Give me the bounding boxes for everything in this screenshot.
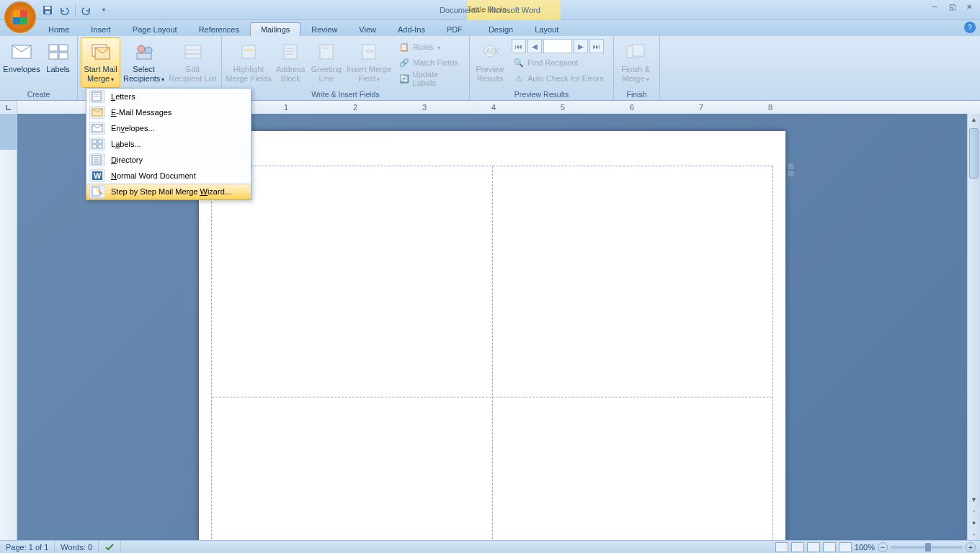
svg-rect-16: [242, 45, 255, 58]
browse-object-button[interactable]: ●: [968, 517, 980, 529]
scroll-down-button[interactable]: ▼: [968, 494, 980, 505]
label-table[interactable]: [211, 166, 773, 540]
dropdown-item-label[interactable]: Labels...: [86, 136, 251, 152]
ribbon-tab-mailings[interactable]: Mailings: [250, 22, 300, 36]
ribbon-tab-pdf[interactable]: PDF: [436, 22, 473, 36]
ribbon-tab-add-ins[interactable]: Add-Ins: [387, 22, 436, 36]
svg-rect-5: [59, 45, 68, 51]
close-button[interactable]: ✕: [961, 1, 977, 12]
quick-access-toolbar: [40, 3, 110, 17]
dropdown-item-label: Normal Word Document: [111, 171, 196, 180]
first-record-button[interactable]: ⏮: [512, 39, 526, 53]
labels-button[interactable]: Labels: [42, 37, 74, 88]
prev-record-button[interactable]: ◀: [527, 39, 542, 53]
highlight-icon: [237, 40, 260, 63]
outline-view-button[interactable]: [823, 542, 836, 552]
web-layout-view-button[interactable]: [807, 542, 820, 552]
zoom-in-button[interactable]: +: [966, 542, 976, 552]
scroll-thumb[interactable]: [969, 128, 979, 179]
dropdown-item-wizard[interactable]: Step by Step Mail Merge Wizard...: [86, 184, 251, 199]
group-preview-label: Preview Results: [473, 89, 610, 100]
qat-save-icon[interactable]: [40, 3, 55, 17]
greeting-label: Greeting Line: [311, 65, 342, 83]
preview-icon: ABC: [478, 40, 502, 63]
ribbon-tab-view[interactable]: View: [348, 22, 387, 36]
column-markers[interactable]: [788, 163, 794, 176]
start-mail-merge-dropdown: LettersE-Mail MessagesEnvelopes...Labels…: [86, 88, 251, 200]
next-record-button[interactable]: ▶: [574, 39, 588, 53]
ribbon-tab-references[interactable]: References: [188, 22, 250, 36]
svg-point-46: [97, 189, 99, 192]
scroll-up-button[interactable]: ▲: [968, 114, 980, 125]
office-button[interactable]: [4, 1, 36, 33]
labels-icon: [47, 40, 70, 63]
preview-results-button: ABC Preview Results: [473, 37, 507, 88]
dropdown-item-label: Labels...: [111, 140, 141, 148]
title-bar: Document4 - Microsoft Word Table Tools ─…: [0, 0, 980, 20]
prev-page-button[interactable]: ◦: [968, 505, 980, 517]
zoom-out-button[interactable]: −: [878, 542, 888, 552]
tab-selector[interactable]: [0, 101, 17, 114]
ribbon-tab-home[interactable]: Home: [37, 22, 80, 36]
auto-check-button: ⚠Auto Check for Errors: [509, 71, 608, 86]
last-record-button[interactable]: ⏭: [589, 39, 604, 53]
envelope-icon: [89, 122, 105, 135]
draft-view-button[interactable]: [839, 542, 852, 552]
finish-merge-button: Finish & Merge: [617, 37, 654, 88]
select-recipients-button[interactable]: Select Recipients: [122, 37, 166, 88]
next-page-button[interactable]: ◦: [968, 529, 980, 540]
dropdown-item-dir[interactable]: Directory: [86, 152, 251, 168]
dropdown-item-label: Letters: [111, 92, 135, 101]
zoom-thumb[interactable]: [925, 543, 931, 552]
ribbon-tab-review[interactable]: Review: [300, 22, 348, 36]
qat-redo-icon[interactable]: [79, 3, 94, 17]
update-label: Update Labels: [413, 70, 462, 87]
ribbon-tab-design[interactable]: Design: [478, 22, 524, 36]
dropdown-item-email[interactable]: E-Mail Messages: [86, 104, 251, 120]
svg-rect-22: [320, 45, 333, 59]
dropdown-item-word[interactable]: WNormal Word Document: [86, 168, 251, 184]
record-number-input[interactable]: [543, 39, 572, 53]
vertical-ruler[interactable]: [0, 114, 17, 540]
minimize-button[interactable]: ─: [927, 1, 943, 12]
dropdown-item-label: Directory: [111, 156, 143, 164]
page-status[interactable]: Page: 1 of 1: [0, 541, 55, 553]
help-icon[interactable]: ?: [964, 22, 976, 33]
ribbon-tab-insert[interactable]: Insert: [80, 22, 122, 36]
vertical-scrollbar[interactable]: ▲ ▼ ◦ ● ◦: [967, 114, 980, 540]
print-layout-view-button[interactable]: [775, 542, 788, 552]
start-mail-merge-label: Start Mail Merge: [84, 65, 117, 83]
qat-undo-icon[interactable]: [57, 3, 71, 17]
table-tools-label: Table Tools: [467, 5, 507, 14]
spell-check-icon[interactable]: [99, 541, 121, 553]
preview-label: Preview Results: [476, 65, 504, 83]
match-icon: 🔗: [398, 57, 410, 68]
ribbon-tab-layout[interactable]: Layout: [524, 22, 569, 36]
ribbon-tab-page-layout[interactable]: Page Layout: [122, 22, 188, 36]
page[interactable]: [199, 131, 785, 540]
mail-merge-icon: [89, 40, 112, 63]
envelope-icon: [10, 40, 33, 63]
status-bar: Page: 1 of 1 Words: 0 100% − +: [0, 540, 980, 553]
word-count[interactable]: Words: 0: [55, 541, 99, 553]
word-icon: W: [89, 169, 105, 182]
dropdown-item-envelope[interactable]: Envelopes...: [86, 120, 251, 136]
dropdown-item-letter[interactable]: Letters: [86, 89, 251, 104]
envelopes-button[interactable]: Envelopes: [3, 37, 40, 88]
insert-merge-field-button: «» Insert Merge Field: [345, 37, 393, 88]
group-create: Envelopes Labels Create: [0, 36, 78, 100]
insert-field-label: Insert Merge Field: [347, 65, 391, 83]
start-mail-merge-button[interactable]: Start Mail Merge: [81, 37, 120, 88]
find-icon: 🔍: [513, 57, 525, 68]
restore-button[interactable]: ◱: [944, 1, 960, 12]
qat-customize-dropdown[interactable]: [96, 3, 110, 17]
finish-icon: [624, 40, 647, 63]
zoom-level[interactable]: 100%: [855, 543, 875, 552]
zoom-slider[interactable]: [891, 546, 963, 549]
office-logo-icon: [13, 10, 27, 24]
check-icon: ⚠: [513, 73, 525, 84]
label-icon: [89, 138, 105, 150]
recipients-icon: [133, 40, 156, 63]
auto-check-label: Auto Check for Errors: [527, 74, 604, 83]
full-screen-view-button[interactable]: [791, 542, 804, 552]
